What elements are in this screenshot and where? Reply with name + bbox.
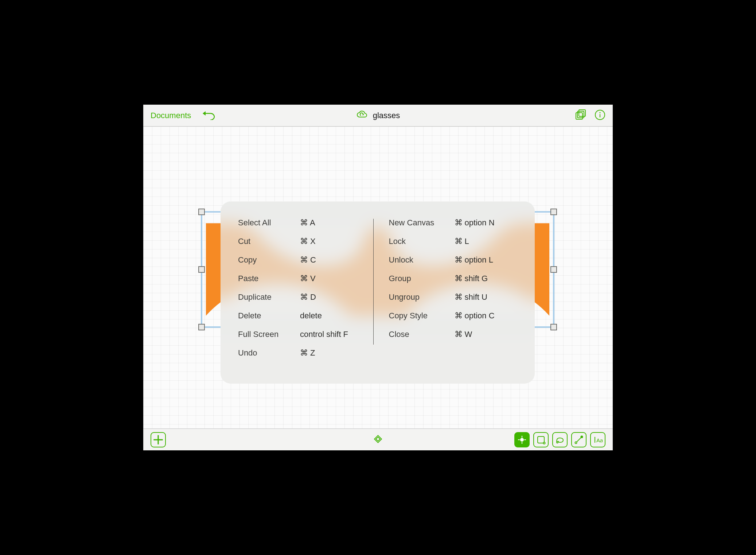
shortcut-label: Group bbox=[389, 274, 455, 283]
shortcut-keys: ⌘ Z bbox=[300, 348, 315, 358]
keyboard-shortcuts-overlay: Select All⌘ A Cut⌘ X Copy⌘ C Paste⌘ V Du… bbox=[221, 201, 535, 384]
shortcut-row: Ungroup⌘ shift U bbox=[389, 292, 518, 302]
bottom-toolbar: Aa bbox=[143, 428, 613, 450]
shortcut-row: Copy⌘ C bbox=[238, 255, 367, 265]
resize-handle-bottom-right[interactable] bbox=[550, 324, 557, 330]
shortcut-row: Undo⌘ Z bbox=[238, 348, 367, 358]
shortcut-keys: ⌘ D bbox=[300, 292, 316, 302]
shortcut-keys: ⌘ option N bbox=[455, 218, 495, 228]
shortcut-label: Paste bbox=[238, 274, 300, 283]
shortcut-keys: ⌘ option L bbox=[455, 255, 493, 265]
shortcut-keys: control shift F bbox=[300, 330, 348, 339]
shortcut-keys: delete bbox=[300, 311, 322, 321]
shortcut-label: Full Screen bbox=[238, 330, 300, 339]
shortcut-keys: ⌘ V bbox=[300, 274, 316, 283]
diamond-icon[interactable] bbox=[373, 434, 383, 445]
shortcut-keys: ⌘ L bbox=[455, 237, 469, 246]
shortcut-label: Lock bbox=[389, 237, 455, 246]
resize-handle-top-right[interactable] bbox=[550, 209, 557, 215]
shortcut-row: New Canvas⌘ option N bbox=[389, 218, 518, 228]
svg-point-17 bbox=[557, 442, 558, 443]
shortcut-row: Select All⌘ A bbox=[238, 218, 367, 228]
svg-text:Aa: Aa bbox=[596, 437, 603, 443]
shortcut-row: Unlock⌘ option L bbox=[389, 255, 518, 265]
documents-button[interactable]: Documents bbox=[151, 111, 191, 120]
shortcut-label: Duplicate bbox=[238, 292, 300, 302]
shortcut-label: Delete bbox=[238, 311, 300, 321]
selection-tool-button[interactable] bbox=[514, 432, 530, 447]
shortcut-label: Undo bbox=[238, 348, 300, 358]
shortcuts-column-right: New Canvas⌘ option N Lock⌘ L Unlock⌘ opt… bbox=[374, 218, 518, 369]
document-title: glasses bbox=[373, 111, 400, 120]
shortcut-label: New Canvas bbox=[389, 218, 455, 228]
rectangle-tool-button[interactable] bbox=[533, 432, 549, 447]
shortcut-row: Group⌘ shift G bbox=[389, 274, 518, 283]
shortcut-label: Copy Style bbox=[389, 311, 455, 321]
shortcuts-column-left: Select All⌘ A Cut⌘ X Copy⌘ C Paste⌘ V Du… bbox=[238, 218, 373, 369]
shortcut-label: Unlock bbox=[389, 255, 455, 265]
cloud-sync-icon[interactable] bbox=[356, 110, 368, 121]
resize-handle-top-left[interactable] bbox=[198, 209, 205, 215]
shortcut-row: Paste⌘ V bbox=[238, 274, 367, 283]
resize-handle-mid-right[interactable] bbox=[550, 266, 557, 273]
shortcut-keys: ⌘ A bbox=[300, 218, 315, 228]
shortcut-keys: ⌘ X bbox=[300, 237, 316, 246]
svg-point-19 bbox=[575, 442, 577, 443]
shortcut-label: Select All bbox=[238, 218, 300, 228]
shortcut-label: Cut bbox=[238, 237, 300, 246]
shortcut-row: Duplicate⌘ D bbox=[238, 292, 367, 302]
top-toolbar: Documents glasses bbox=[143, 105, 613, 127]
shortcut-keys: ⌘ shift G bbox=[455, 274, 488, 283]
svg-point-4 bbox=[599, 112, 600, 113]
shortcut-keys: ⌘ option C bbox=[455, 311, 495, 321]
shortcut-row: Cut⌘ X bbox=[238, 237, 367, 246]
shortcut-label: Ungroup bbox=[389, 292, 455, 302]
freehand-tool-button[interactable] bbox=[552, 432, 568, 447]
resize-handle-bottom-left[interactable] bbox=[198, 324, 205, 330]
svg-point-10 bbox=[521, 438, 523, 441]
shortcut-row: Deletedelete bbox=[238, 311, 367, 321]
svg-rect-9 bbox=[376, 437, 380, 441]
canvas[interactable]: Select All⌘ A Cut⌘ X Copy⌘ C Paste⌘ V Du… bbox=[143, 127, 613, 428]
shortcut-keys: ⌘ W bbox=[455, 330, 472, 339]
shortcut-keys: ⌘ C bbox=[300, 255, 316, 265]
svg-rect-1 bbox=[577, 111, 584, 118]
shortcut-label: Copy bbox=[238, 255, 300, 265]
resize-handle-mid-left[interactable] bbox=[198, 266, 205, 273]
app-window: Documents glasses bbox=[143, 105, 613, 450]
shortcut-row: Lock⌘ L bbox=[389, 237, 518, 246]
canvases-icon[interactable] bbox=[575, 109, 586, 122]
svg-point-20 bbox=[581, 436, 583, 438]
shortcut-keys: ⌘ shift U bbox=[455, 292, 487, 302]
shortcut-row: Close⌘ W bbox=[389, 330, 518, 339]
undo-icon[interactable] bbox=[201, 110, 216, 121]
text-tool-button[interactable]: Aa bbox=[590, 432, 605, 447]
add-button[interactable] bbox=[151, 432, 166, 447]
shortcut-row: Full Screencontrol shift F bbox=[238, 330, 367, 339]
shortcut-label: Close bbox=[389, 330, 455, 339]
svg-point-16 bbox=[543, 442, 545, 444]
svg-rect-15 bbox=[538, 436, 544, 443]
info-icon[interactable] bbox=[595, 109, 605, 122]
shortcut-row: Copy Style⌘ option C bbox=[389, 311, 518, 321]
line-tool-button[interactable] bbox=[571, 432, 587, 447]
